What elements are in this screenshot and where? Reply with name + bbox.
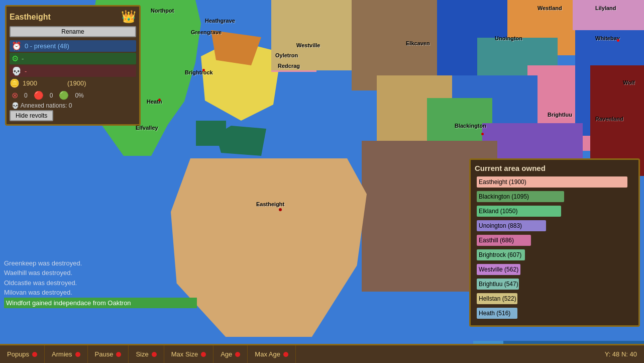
percent-icon: 🟢 (59, 90, 69, 100)
region-pink-top (573, 0, 644, 30)
toolbar-items: PopupsArmiesPauseSizeMax SizeAgeMax Age (0, 345, 598, 363)
crossed-icon: ⊗ (12, 90, 18, 100)
area-bar-4: Easthill (686) (477, 235, 531, 246)
toolbar-label-6: Max Age (255, 350, 280, 358)
area-item-9: Heath (516) (475, 307, 634, 320)
rename-button[interactable]: Rename (10, 26, 136, 37)
population-icon: ⏰ (12, 41, 22, 51)
toolbar-item-armies[interactable]: Armies (45, 345, 87, 363)
area-item-2: Elkland (1050) (475, 205, 634, 218)
left-panel: Eastheight 👑 Rename ⏰ 0 - present (48) ⚙… (5, 5, 141, 126)
area-bar-6: Westville (562) (477, 264, 520, 275)
area-bar-9: Heath (516) (477, 308, 517, 319)
message-4: Windfort gained independace from Oaktron (4, 298, 197, 309)
title-bar: Eastheight 👑 (10, 10, 136, 24)
area-bar-0: Eastheight (1900) (477, 176, 627, 188)
red-circle-icon: 🔴 (34, 90, 44, 100)
population-row: ⏰ 0 - present (48) (10, 40, 136, 52)
toolbar-label-3: Size (136, 350, 148, 358)
toolbar-label-2: Pause (95, 350, 114, 358)
combat-row: ⊗ 0 🔴 0 🟢 0% (10, 89, 136, 101)
green-stat-row: ⚙ - (10, 53, 136, 64)
message-0: Greenkeep was destroyed. (4, 258, 197, 268)
toolbar-dot-5 (235, 352, 240, 357)
area-bar-1: Blackington (1095) (477, 191, 564, 202)
bottom-toolbar: PopupsArmiesPauseSizeMax SizeAgeMax Age … (0, 344, 644, 363)
toolbar-item-max age[interactable]: Max Age (248, 345, 296, 363)
message-3: Milovan was destroyed. (4, 288, 197, 298)
area-bar-8: Hellstan (522) (477, 293, 517, 304)
area-item-5: Brightrock (607) (475, 248, 634, 261)
area-bar-3: Unoington (883) (477, 220, 546, 231)
toolbar-label-4: Max Size (171, 350, 198, 358)
area-bar-7: Brightluu (547) (477, 279, 519, 290)
toolbar-item-age[interactable]: Age (213, 345, 248, 363)
region-caribbean2 (216, 126, 266, 156)
percent-value: 0% (75, 92, 83, 99)
green-icon: ⚙ (12, 54, 19, 63)
red-circle-value: 0 (50, 92, 53, 99)
message-log: Greenkeep was destroyed.Waelhill was des… (0, 256, 201, 311)
area-item-4: Easthill (686) (475, 234, 634, 247)
city-dot (202, 69, 205, 71)
toolbar-label-0: Popups (7, 350, 29, 358)
gold-row: 🪙 1900 (1900) (10, 78, 136, 88)
toolbar-dot-6 (283, 352, 288, 357)
gold-max: (1900) (67, 79, 86, 87)
crossed-value: 0 (24, 92, 28, 99)
annexed-text: 💀 Annexed nations: 0 (10, 101, 136, 110)
message-1: Waelhill was destroyed. (4, 268, 197, 278)
toolbar-dot-0 (32, 352, 37, 357)
area-list: Eastheight (1900)Blackington (1095)Elkla… (475, 175, 634, 320)
area-item-1: Blackington (1095) (475, 190, 634, 203)
red-value: - (25, 67, 27, 75)
toolbar-dot-4 (201, 352, 206, 357)
nation-name: Eastheight (10, 13, 51, 22)
population-value: 0 - present (48) (25, 42, 69, 50)
hide-revolts-button[interactable]: Hide revolts (10, 110, 53, 121)
city-dot (158, 99, 161, 101)
skull-icon: 💀 (12, 66, 22, 76)
toolbar-item-max size[interactable]: Max Size (164, 345, 213, 363)
city-dot (617, 39, 619, 42)
gold-value: 1900 (23, 79, 37, 87)
area-item-3: Unoington (883) (475, 219, 634, 232)
toolbar-label-1: Armies (52, 350, 72, 358)
toolbar-dot-3 (152, 352, 157, 357)
area-bar-2: Elkland (1050) (477, 206, 561, 217)
area-item-0: Eastheight (1900) (475, 175, 634, 189)
crown-icon: 👑 (121, 10, 136, 24)
green-value: - (22, 55, 24, 62)
toolbar-label-5: Age (221, 350, 232, 358)
toolbar-dot-2 (116, 352, 121, 357)
toolbar-item-popups[interactable]: Popups (0, 345, 45, 363)
toolbar-dot-1 (75, 352, 80, 357)
toolbar-item-size[interactable]: Size (129, 345, 164, 363)
red-stat-row: 💀 - (10, 65, 136, 77)
scroll-thumb[interactable] (473, 341, 503, 344)
skull-small-icon: 💀 (12, 102, 19, 109)
area-item-8: Hellstan (522) (475, 292, 634, 305)
right-panel-scrollbar[interactable] (473, 341, 644, 344)
map-label-heathgrave: Heathgrave (205, 18, 235, 24)
city-dot-eastheight (279, 208, 282, 211)
toolbar-item-pause[interactable]: Pause (88, 345, 129, 363)
area-item-7: Brightluu (547) (475, 278, 634, 291)
right-panel: Current area owned Eastheight (1900)Blac… (469, 158, 640, 327)
area-item-6: Westville (562) (475, 263, 634, 276)
coordinates: Y: 48 N: 40 (598, 350, 644, 358)
city-dot (481, 133, 484, 135)
area-bar-5: Brightrock (607) (477, 249, 525, 260)
message-2: Oldcastle was destroyed. (4, 278, 197, 288)
gold-icon: 🪙 (10, 78, 20, 88)
panel-title: Current area owned (475, 164, 634, 172)
